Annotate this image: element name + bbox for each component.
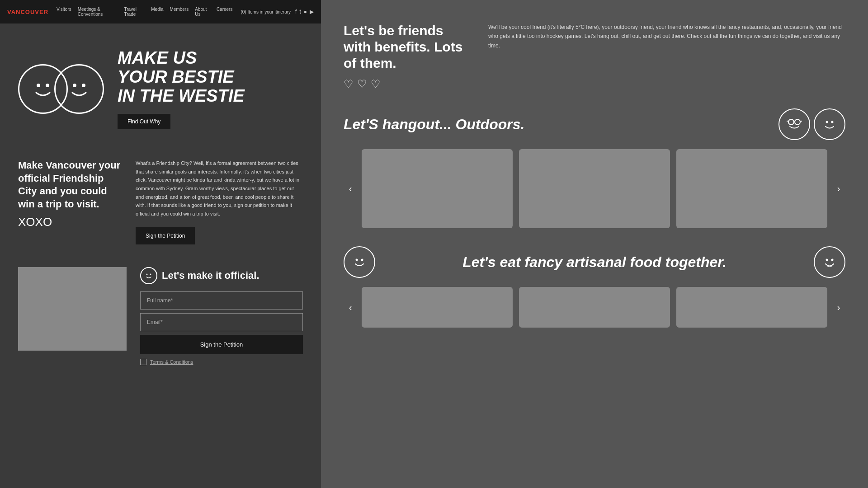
svg-point-3 — [82, 84, 85, 87]
svg-point-13 — [356, 259, 358, 261]
hangout-icons — [778, 108, 845, 140]
hero-text: MAKE US YOUR BESTIE IN THE WESTIE Find O… — [118, 49, 245, 129]
svg-point-14 — [361, 259, 363, 261]
heart-icon-1: ♡ — [344, 78, 354, 90]
svg-point-16 — [831, 259, 834, 261]
svg-point-1 — [46, 84, 49, 87]
heart-icon-3: ♡ — [371, 78, 381, 90]
friendship-description: What's a Friendship City? Well, it's a f… — [136, 159, 303, 218]
sign-petition-button-form[interactable]: Sign the Petition — [140, 335, 303, 354]
food-item-3 — [676, 287, 827, 328]
food-prev-arrow[interactable]: ‹ — [344, 300, 357, 314]
terms-row: Terms & Conditions — [140, 359, 303, 365]
sign-petition-button-top[interactable]: Sign the Petition — [136, 227, 195, 244]
full-name-input[interactable] — [140, 291, 303, 310]
hero-title-line3: IN THE WESTIE — [118, 87, 245, 106]
smiley-face-2 — [54, 64, 104, 114]
youtube-icon[interactable]: ▶ — [310, 9, 314, 15]
svg-point-6 — [788, 119, 794, 125]
food-section: Let's eat fancy artisanal food together.… — [344, 246, 845, 328]
left-panel: VANCOUVER Visitors Meetings & Convention… — [0, 0, 321, 488]
svg-point-4 — [146, 273, 148, 275]
friendship-title: Make Vancouver your official Friendship … — [18, 159, 122, 211]
benefits-description: We'll be your cool friend (it's literall… — [488, 23, 845, 50]
food-header: Let's eat fancy artisanal food together. — [344, 246, 845, 278]
friendship-left: Make Vancouver your official Friendship … — [18, 159, 122, 244]
nav-about[interactable]: About Us — [195, 7, 210, 17]
hero-title: MAKE US YOUR BESTIE IN THE WESTIE — [118, 49, 245, 105]
hangout-title: Let'S hangout... Outdoors. — [344, 116, 524, 133]
svg-point-5 — [150, 273, 151, 275]
hero-title-line1: MAKE US — [118, 49, 245, 68]
nav-travel[interactable]: Travel Trade — [124, 7, 145, 17]
food-smiley-right — [814, 246, 845, 278]
itinerary-link[interactable]: (0) Items in your itinerary — [241, 9, 291, 14]
svg-point-11 — [826, 121, 828, 123]
svg-point-2 — [73, 84, 76, 87]
facebook-icon[interactable]: f — [295, 9, 297, 15]
nav-members[interactable]: Members — [170, 7, 189, 17]
form-image — [18, 267, 127, 351]
svg-point-12 — [831, 121, 834, 123]
food-carousel: ‹ › — [344, 287, 845, 328]
benefits-title: Let's be friends with benefits. Lots of … — [344, 23, 470, 71]
heart-icon-2: ♡ — [357, 78, 367, 90]
hangout-item-3 — [676, 149, 827, 228]
terms-checkbox[interactable] — [140, 359, 146, 365]
form-header: Let's make it official. — [140, 267, 303, 284]
sunglasses-smiley-icon — [778, 108, 810, 140]
food-item-2 — [519, 287, 670, 328]
find-out-button[interactable]: Find Out Why — [118, 114, 170, 129]
twitter-icon[interactable]: t — [299, 9, 301, 15]
form-title: Let's make it official. — [162, 270, 259, 282]
svg-point-0 — [37, 84, 40, 87]
instagram-icon[interactable]: ● — [304, 9, 307, 15]
logo[interactable]: VANCOUVER — [7, 9, 48, 15]
form-right: Let's make it official. Sign the Petitio… — [140, 267, 303, 365]
svg-point-7 — [795, 119, 800, 125]
hangout-item-1 — [362, 149, 513, 228]
food-next-arrow[interactable]: › — [832, 300, 845, 314]
benefits-section: Let's be friends with benefits. Lots of … — [344, 23, 845, 90]
hangout-next-arrow[interactable]: › — [832, 182, 845, 196]
right-panel: Let's be friends with benefits. Lots of … — [321, 0, 868, 488]
hangout-carousel-items — [362, 149, 827, 228]
xoxo-text: XOXO — [18, 215, 122, 229]
happy-smiley-icon — [814, 108, 845, 140]
nav-links: Visitors Meetings & Conventions Travel T… — [57, 7, 232, 17]
food-smiley-left — [344, 246, 375, 278]
nav-visitors[interactable]: Visitors — [57, 7, 71, 17]
food-title: Let's eat fancy artisanal food together. — [375, 254, 814, 271]
hero-section: MAKE US YOUR BESTIE IN THE WESTIE Find O… — [0, 23, 321, 150]
heart-icons: ♡ ♡ ♡ — [344, 78, 470, 90]
food-item-1 — [362, 287, 513, 328]
nav-right: (0) Items in your itinerary f t ● ▶ — [241, 9, 314, 15]
benefits-left: Let's be friends with benefits. Lots of … — [344, 23, 470, 90]
hangout-item-2 — [519, 149, 670, 228]
navigation: VANCOUVER Visitors Meetings & Convention… — [0, 0, 321, 23]
logo-text: VANCOUVER — [7, 9, 48, 15]
nav-media[interactable]: Media — [151, 7, 163, 17]
hangout-prev-arrow[interactable]: ‹ — [344, 182, 357, 196]
friendship-right: What's a Friendship City? Well, it's a f… — [136, 159, 303, 244]
hangout-section: Let'S hangout... Outdoors. — [344, 108, 845, 228]
svg-point-15 — [826, 259, 828, 261]
hero-icons — [18, 64, 104, 114]
form-section: Let's make it official. Sign the Petitio… — [0, 258, 321, 379]
nav-careers[interactable]: Careers — [217, 7, 233, 17]
food-carousel-items — [362, 287, 827, 328]
hero-title-line2: YOUR BESTIE — [118, 68, 245, 87]
social-links: f t ● ▶ — [295, 9, 314, 15]
terms-label[interactable]: Terms & Conditions — [150, 359, 193, 365]
hangout-header: Let'S hangout... Outdoors. — [344, 108, 845, 140]
nav-meetings[interactable]: Meetings & Conventions — [78, 7, 118, 17]
email-input[interactable] — [140, 313, 303, 331]
form-smiley-icon — [140, 267, 157, 284]
friendship-section: Make Vancouver your official Friendship … — [0, 150, 321, 258]
hangout-carousel: ‹ › — [344, 149, 845, 228]
